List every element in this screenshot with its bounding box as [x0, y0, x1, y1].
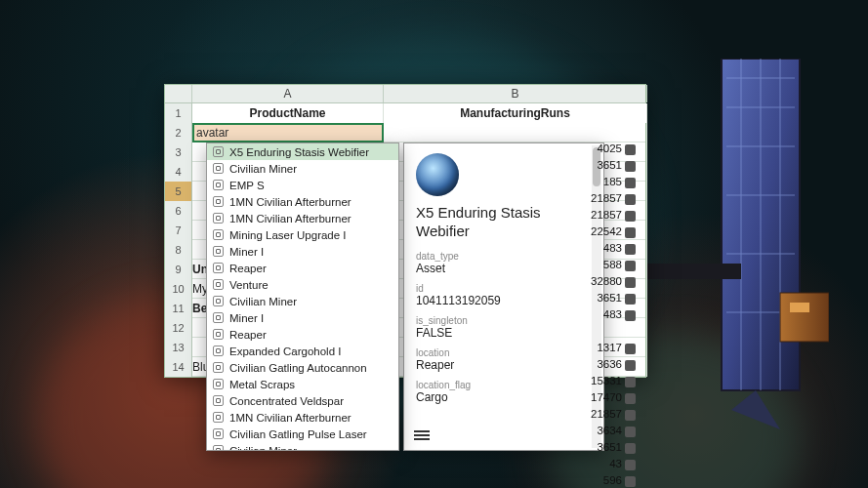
dropdown-item-label: Miner I	[229, 246, 264, 258]
entity-icon	[213, 229, 224, 240]
row-number[interactable]: 1	[165, 103, 192, 123]
dropdown-item[interactable]: Civilian Miner	[207, 160, 398, 177]
entity-icon	[213, 395, 224, 406]
dropdown-item-label: Miner I	[229, 312, 264, 324]
dropdown-item[interactable]: Civilian Gatling Pulse Laser	[207, 426, 398, 442]
cell[interactable]	[384, 123, 647, 142]
entity-icon	[213, 362, 224, 373]
row-number[interactable]: 2	[165, 123, 192, 142]
entity-icon	[213, 213, 224, 224]
detail-panel: X5 Enduring Stasis Webifier data_typeAss…	[403, 142, 604, 451]
entity-icon	[213, 196, 224, 207]
row-number[interactable]: 4	[165, 162, 192, 182]
entity-icon	[213, 312, 224, 323]
detail-field-value: Cargo	[416, 390, 592, 404]
dropdown-item[interactable]: X5 Enduring Stasis Webifier	[207, 143, 398, 160]
entity-icon	[213, 412, 224, 423]
column-header-A[interactable]: A	[192, 85, 384, 102]
spreadsheet-window: A B 1 ProductName ManufacturingRuns 2 av…	[164, 84, 646, 378]
row-number[interactable]: 10	[165, 279, 192, 299]
row-number[interactable]: 3	[165, 142, 192, 162]
dropdown-item-label: Civilian Gatling Pulse Laser	[229, 428, 367, 440]
row-number[interactable]: 12	[165, 318, 192, 338]
grid-area: 1 ProductName ManufacturingRuns 2 avatar…	[165, 103, 645, 377]
row-number[interactable]: 13	[165, 338, 192, 357]
dropdown-item-label: Mining Laser Upgrade I	[229, 229, 347, 241]
detail-field-value: 1041113192059	[416, 294, 592, 307]
dropdown-item[interactable]: Civilian Gatling Autocannon	[207, 359, 398, 376]
wallpaper-stage: A B 1 ProductName ManufacturingRuns 2 av…	[0, 0, 868, 488]
item-icon	[416, 153, 459, 196]
detail-field-key: data_type	[416, 251, 592, 262]
entity-icon	[213, 246, 224, 257]
dropdown-item[interactable]: EMP S	[207, 177, 398, 193]
dropdown-item[interactable]: Venture	[207, 276, 398, 293]
detail-field-key: id	[416, 283, 592, 294]
column-header-B[interactable]: B	[384, 85, 647, 102]
entity-icon	[213, 163, 224, 174]
dropdown-item-label: Reaper	[229, 329, 267, 341]
row-number[interactable]: 7	[165, 221, 192, 240]
entity-icon	[213, 180, 224, 190]
dropdown-item[interactable]: Reaper	[207, 260, 398, 276]
dropdown-item-label: 1MN Civilian Afterburner	[229, 213, 351, 224]
entity-icon	[213, 146, 224, 157]
entity-icon	[213, 346, 224, 356]
detail-field: locationReaper	[416, 347, 592, 372]
dropdown-item-label: 1MN Civilian Afterburner	[229, 412, 351, 424]
entity-icon	[213, 296, 224, 306]
row-number[interactable]: 5	[165, 182, 192, 201]
row-number[interactable]: 14	[165, 357, 192, 377]
dropdown-item[interactable]: Concentrated Veldspar	[207, 392, 398, 409]
header-manufacturingruns[interactable]: ManufacturingRuns	[384, 103, 647, 123]
entity-icon	[213, 329, 224, 340]
entity-icon	[213, 279, 224, 290]
dropdown-item-label: Civilian Miner	[229, 163, 297, 175]
entity-icon	[213, 263, 224, 273]
cell-edit-input[interactable]: avatar	[192, 123, 384, 142]
hamburger-icon[interactable]	[414, 428, 430, 442]
dropdown-item-label: X5 Enduring Stasis Webifier	[229, 146, 369, 158]
dropdown-item[interactable]: Expanded Cargohold I	[207, 343, 398, 359]
detail-field-key: is_singleton	[416, 315, 592, 326]
detail-title: X5 Enduring Stasis Webifier	[416, 204, 592, 241]
dropdown-item[interactable]: Metal Scraps	[207, 376, 398, 392]
detail-field-key: location	[416, 347, 592, 358]
row-number[interactable]: 8	[165, 240, 192, 260]
dropdown-item[interactable]: 1MN Civilian Afterburner	[207, 193, 398, 210]
header-productname[interactable]: ProductName	[192, 103, 384, 123]
dropdown-item[interactable]: 1MN Civilian Afterburner	[207, 409, 398, 426]
dropdown-item-label: Civilian Gatling Autocannon	[229, 362, 367, 374]
dropdown-item[interactable]: Mining Laser Upgrade I	[207, 226, 398, 243]
detail-field: id1041113192059	[416, 283, 592, 307]
dropdown-item-label: EMP S	[229, 180, 265, 191]
svg-rect-13	[790, 303, 809, 312]
dropdown-item[interactable]: Civilian Miner	[207, 293, 398, 309]
dropdown-item[interactable]: Civilian Miner	[207, 442, 398, 451]
svg-rect-0	[722, 59, 800, 390]
select-all-corner[interactable]	[165, 85, 192, 102]
dropdown-item-label: Concentrated Veldspar	[229, 395, 344, 407]
autocomplete-dropdown: X5 Enduring Stasis WebifierCivilian Mine…	[206, 142, 399, 451]
entity-icon	[213, 428, 224, 439]
entity-icon	[213, 445, 224, 451]
dropdown-item-label: Civilian Miner	[229, 445, 297, 452]
row-number[interactable]: 9	[165, 260, 192, 279]
svg-rect-12	[780, 293, 829, 342]
detail-field-value: FALSE	[416, 326, 592, 340]
dropdown-item[interactable]: 1MN Civilian Afterburner	[207, 210, 398, 226]
dropdown-item-label: Civilian Miner	[229, 296, 297, 307]
dropdown-item-label: Metal Scraps	[229, 379, 295, 390]
detail-field: is_singletonFALSE	[416, 315, 592, 340]
detail-field: data_typeAsset	[416, 251, 592, 275]
row-number[interactable]: 11	[165, 299, 192, 318]
dropdown-item[interactable]: Miner I	[207, 243, 398, 260]
row-number[interactable]: 6	[165, 201, 192, 221]
dropdown-item[interactable]: Miner I	[207, 309, 398, 326]
scrollbar[interactable]	[592, 145, 601, 448]
column-letter-row: A B	[165, 85, 645, 103]
dropdown-item-label: Expanded Cargohold I	[229, 346, 341, 357]
detail-field-key: location_flag	[416, 380, 592, 390]
dropdown-item-label: Venture	[229, 279, 269, 291]
dropdown-item[interactable]: Reaper	[207, 326, 398, 343]
